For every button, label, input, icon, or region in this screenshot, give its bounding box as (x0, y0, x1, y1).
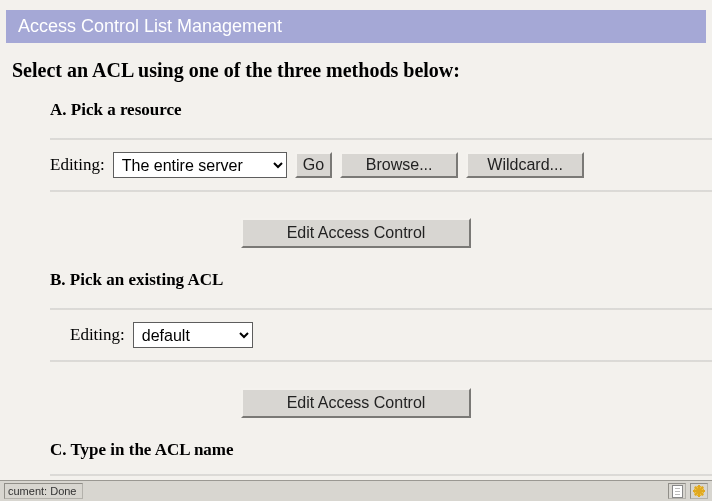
status-sun-icon (690, 483, 708, 499)
divider (50, 190, 712, 192)
divider (50, 360, 712, 362)
status-text: cument: Done (4, 483, 83, 499)
edit-access-control-b-button[interactable]: Edit Access Control (241, 388, 471, 418)
go-button[interactable]: Go (295, 152, 332, 178)
page-title: Access Control List Management (18, 16, 282, 36)
section-a-heading: A. Pick a resource (0, 96, 712, 134)
section-b-edit-row: Edit Access Control (0, 370, 712, 436)
section-c-heading: C. Type in the ACL name (0, 436, 712, 474)
page-title-bar: Access Control List Management (6, 10, 706, 43)
editing-label-b: Editing: (70, 325, 125, 345)
section-a-row: Editing: The entire server Go Browse... … (0, 148, 712, 186)
edit-access-control-a-button[interactable]: Edit Access Control (241, 218, 471, 248)
divider (50, 308, 712, 310)
resource-select[interactable]: The entire server (113, 152, 287, 178)
divider (50, 138, 712, 140)
status-right (668, 483, 708, 499)
status-doc-icon (668, 483, 686, 499)
acl-select[interactable]: default (133, 322, 253, 348)
browse-button[interactable]: Browse... (340, 152, 458, 178)
section-b-row: Editing: default (0, 318, 712, 356)
status-bar: cument: Done (0, 480, 712, 501)
editing-label-a: Editing: (50, 155, 105, 175)
divider (50, 474, 712, 476)
wildcard-button[interactable]: Wildcard... (466, 152, 584, 178)
section-a-edit-row: Edit Access Control (0, 200, 712, 266)
subtitle: Select an ACL using one of the three met… (0, 51, 712, 96)
section-b-heading: B. Pick an existing ACL (0, 266, 712, 304)
